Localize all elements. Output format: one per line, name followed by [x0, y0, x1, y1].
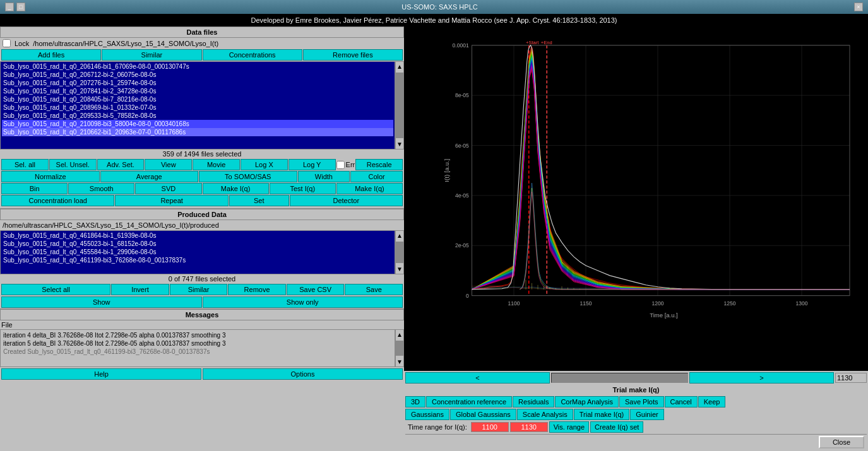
save-csv-button[interactable]: Save CSV [287, 284, 345, 295]
global-gaussians-button[interactable]: Global Gaussians [450, 409, 516, 420]
err-checkbox[interactable] [336, 161, 345, 169]
list-item[interactable]: Sub_lyso_0015_rad_lt_q0_209533-bi-5_7858… [2, 112, 393, 120]
bin-button[interactable]: Bin [1, 183, 68, 194]
test-iq-button[interactable]: Test I(q) [270, 183, 336, 194]
trial-make-iq-button[interactable]: Trial make I(q) [574, 409, 630, 420]
average-button[interactable]: Average [100, 171, 199, 182]
set-button[interactable]: Set [229, 195, 289, 206]
time-range-start-input[interactable] [471, 422, 509, 432]
svg-text:8e-05: 8e-05 [455, 92, 469, 98]
prod-scrollbar-thumb[interactable] [396, 242, 403, 263]
list-item[interactable]: Sub_lyso_0015_rad_lt_q0_207841-bi-2_3472… [2, 87, 393, 95]
lock-checkbox[interactable] [3, 39, 11, 47]
lock-row: Lock /home/ultrascan/HPLC_SAXS/Lyso_15_1… [0, 38, 404, 49]
list-item[interactable]: Sub_lyso_0015_rad_lt_q0_206712-bi-2_0607… [2, 71, 393, 79]
time-range-end-input[interactable] [510, 422, 548, 432]
window-title: US-SOMO: SAXS HPLC [25, 3, 854, 11]
msg-scrollbar-up[interactable]: ▲ [395, 330, 404, 339]
sel-unsel-button[interactable]: Sel. Unsel. [49, 159, 97, 170]
save-produced-button[interactable]: Save [345, 284, 403, 295]
nav-value-input[interactable] [835, 373, 867, 383]
close-btn-title[interactable]: × [854, 3, 863, 11]
list-item[interactable]: Sub_lyso_0015_rad_lt_q0_461864-bi-1_6193… [2, 231, 393, 240]
list-item[interactable]: Sub_lyso_0015_rad_lt_q0_210662-bi1_20963… [2, 128, 393, 136]
list-item[interactable]: Sub_lyso_0015_rad_lt_q0_206146-bi1_67069… [2, 62, 393, 71]
restore-btn[interactable]: □ [16, 3, 25, 11]
guinier-button[interactable]: Guinier [630, 409, 663, 420]
show-only-button[interactable]: Show only [203, 296, 403, 308]
create-iq-set-button[interactable]: Create I(q) set [590, 421, 643, 433]
tabs-row-2: Gaussians Global Gaussians Scale Analysi… [405, 409, 867, 420]
list-item[interactable]: Sub_lyso_0015_rad_lt_q0_455584-bi-1_2990… [2, 248, 393, 256]
produced-file-path: /home/ultrascan/HPLC_SAXS/Lyso_15_14_SOM… [3, 221, 219, 229]
tab-keep-button[interactable]: Keep [698, 396, 726, 407]
data-files-selected-count: 359 of 1494 files selected [0, 149, 404, 158]
normalize-button[interactable]: Normalize [1, 171, 100, 182]
msg-scrollbar-down[interactable]: ▼ [395, 357, 404, 366]
tab-save-plots-button[interactable]: Save Plots [619, 396, 664, 407]
width-button[interactable]: Width [298, 171, 350, 182]
log-y-button[interactable]: Log Y [288, 159, 336, 170]
list-item[interactable]: Sub_lyso_0015_rad_lt_q0_210098-bi3_58004… [2, 120, 393, 128]
tabs-row-1: 3D Concentration reference Residuals Cor… [405, 396, 867, 407]
nav-slider[interactable] [551, 373, 688, 383]
time-range-row: Time range for I(q): Vis. range Create I… [405, 421, 867, 433]
rescale-button[interactable]: Rescale [355, 159, 403, 170]
minimize-btn[interactable]: _ [5, 3, 14, 11]
add-files-button[interactable]: Add files [1, 49, 101, 61]
movie-button[interactable]: Movie [193, 159, 240, 170]
scrollbar-thumb[interactable] [396, 73, 403, 138]
tab-3d-button[interactable]: 3D [405, 396, 425, 407]
help-button[interactable]: Help [1, 368, 201, 380]
gaussians-button[interactable]: Gaussians [405, 409, 449, 420]
invert-button[interactable]: Invert [111, 284, 169, 295]
close-button[interactable]: Close [819, 436, 864, 448]
log-x-button[interactable]: Log X [241, 159, 288, 170]
sel-all-button[interactable]: Sel. all [1, 159, 49, 170]
prod-scrollbar-up[interactable]: ▲ [395, 231, 404, 240]
nav-prev-button[interactable]: < [405, 372, 550, 384]
similar-produced-button[interactable]: Similar [170, 284, 228, 295]
produced-data-header: Produced Data [0, 209, 404, 220]
msg-scrollbar-thumb[interactable] [396, 341, 403, 356]
smooth-button[interactable]: Smooth [68, 183, 134, 194]
detector-button[interactable]: Detector [290, 195, 403, 206]
scale-analysis-button[interactable]: Scale Analysis [517, 409, 573, 420]
list-item[interactable]: Sub_lyso_0015_rad_lt_q0_208969-bi-1_0133… [2, 103, 393, 112]
scrollbar-up[interactable]: ▲ [395, 62, 404, 71]
remove-files-button[interactable]: Remove files [303, 49, 403, 61]
adv-set-button[interactable]: Adv. Set. [97, 159, 145, 170]
scrollbar-down[interactable]: ▼ [395, 139, 404, 149]
vis-range-button[interactable]: Vis. range [549, 421, 589, 433]
plot-area: +Start +End 0.0001 8e-05 6e-05 4e-05 2e-… [404, 26, 868, 371]
show-button[interactable]: Show [1, 296, 202, 308]
tab-cancel-button[interactable]: Cancel [665, 396, 698, 407]
repeat-button[interactable]: Repeat [115, 195, 228, 206]
make-iq-button[interactable]: Make I(q) [203, 183, 269, 194]
data-files-list[interactable]: Sub_lyso_0015_rad_lt_q0_206146-bi1_67069… [0, 61, 395, 149]
prod-scrollbar-down[interactable]: ▼ [395, 264, 404, 274]
svg-text:0: 0 [466, 292, 469, 298]
tab-residuals-button[interactable]: Residuals [513, 396, 554, 407]
options-button[interactable]: Options [203, 368, 403, 380]
concentration-load-button[interactable]: Concentration load [1, 195, 114, 206]
list-item[interactable]: Sub_lyso_0015_rad_lt_q0_461199-bi3_76268… [2, 256, 393, 264]
nav-next-button[interactable]: > [689, 372, 834, 384]
view-button[interactable]: View [145, 159, 192, 170]
make-ltq-button[interactable]: Make I(q) [336, 183, 403, 194]
list-item[interactable]: Sub_lyso_0015_rad_lt_q0_208405-bi-7_8021… [2, 95, 393, 103]
tab-conc-ref-button[interactable]: Concentration reference [426, 396, 512, 407]
bottom-buttons: Help Options [0, 367, 404, 381]
svd-button[interactable]: SVD [135, 183, 201, 194]
list-item[interactable]: Sub_lyso_0015_rad_lt_q0_455023-bi-1_6815… [2, 240, 393, 248]
select-all-produced-button[interactable]: Select all [1, 284, 110, 295]
remove-produced-button[interactable]: Remove [228, 284, 286, 295]
produced-files-list[interactable]: Sub_lyso_0015_rad_lt_q0_461864-bi-1_6193… [0, 230, 395, 274]
color-button[interactable]: Color [350, 171, 403, 182]
produced-file-path-row: /home/ultrascan/HPLC_SAXS/Lyso_15_14_SOM… [0, 220, 404, 230]
similar-button[interactable]: Similar [102, 49, 201, 61]
list-item[interactable]: Sub_lyso_0015_rad_lt_q0_207276-bi-1_2597… [2, 79, 393, 87]
concentrations-button[interactable]: Concentrations [203, 49, 302, 61]
tab-cormap-button[interactable]: CorMap Analysis [555, 396, 619, 407]
to-somo-sas-button[interactable]: To SOMO/SAS [199, 171, 297, 182]
